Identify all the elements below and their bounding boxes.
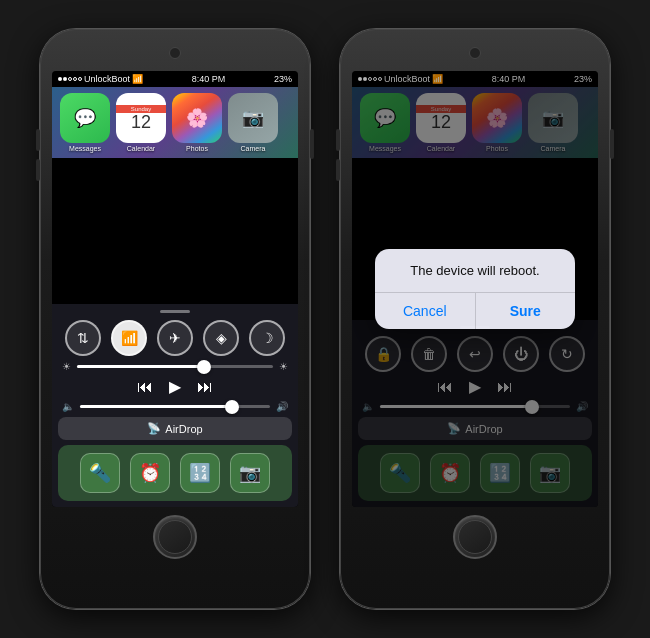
brightness-slider[interactable] [77, 365, 273, 368]
airplane-icon: ✈ [169, 330, 181, 346]
home-button-left[interactable] [153, 515, 197, 559]
phone-left: UnlockBoot 📶 8:40 PM 23% 💬 Messages Sund… [40, 29, 310, 609]
wifi-icon: 📶 [132, 74, 143, 84]
carrier-name: UnlockBoot [84, 74, 130, 84]
volume-high-icon: 🔊 [276, 401, 288, 412]
camera-app-icon[interactable]: 📷 [228, 93, 278, 143]
music-controls: ⏮ ▶ ⏭ [58, 377, 292, 396]
toggle-rotate-lock[interactable]: ⇅ [65, 320, 101, 356]
airdrop-label: AirDrop [165, 423, 202, 435]
toggle-moon[interactable]: ☽ [249, 320, 285, 356]
photos-app-icon[interactable]: 🌸 [172, 93, 222, 143]
camera-label: Camera [241, 145, 266, 152]
volume-low-icon: 🔈 [62, 401, 74, 412]
moon-icon: ☽ [261, 330, 274, 346]
list-item[interactable]: 📷 Camera [228, 93, 278, 152]
list-item[interactable]: Sunday 12 Calendar [116, 93, 166, 152]
dialog-buttons: Cancel Sure [375, 292, 575, 329]
sure-button[interactable]: Sure [476, 293, 576, 329]
quick-shortcuts: 🔦 ⏰ 🔢 📷 [58, 445, 292, 501]
volume-down-button[interactable] [36, 159, 40, 181]
signal-dot-2 [63, 77, 67, 81]
home-button-right[interactable] [453, 515, 497, 559]
wifi-toggle-icon: 📶 [121, 330, 138, 346]
toggle-airplane[interactable]: ✈ [157, 320, 193, 356]
dialog-message: The device will reboot. [375, 249, 575, 292]
volume-slider-row: 🔈 🔊 [58, 401, 292, 412]
power-button-right[interactable] [610, 129, 614, 159]
home-screen-left: 💬 Messages Sunday 12 Calendar 🌸 Photos [52, 87, 298, 158]
rewind-button[interactable]: ⏮ [137, 378, 153, 396]
screen-right: UnlockBoot 📶 8:40 PM 23% 💬 Messages Sund… [352, 71, 598, 507]
list-item[interactable]: 🌸 Photos [172, 93, 222, 152]
brightness-thumb [197, 360, 211, 374]
messages-app-icon[interactable]: 💬 [60, 93, 110, 143]
volume-slider[interactable] [80, 405, 270, 408]
reboot-dialog: The device will reboot. Cancel Sure [375, 249, 575, 329]
signal-dot-3 [68, 77, 72, 81]
calendar-date: 12 [131, 113, 151, 131]
camera-shortcut-button[interactable]: 📷 [230, 453, 270, 493]
messages-label: Messages [69, 145, 101, 152]
volume-fill [80, 405, 232, 408]
flashlight-icon: 🔦 [89, 462, 111, 484]
airdrop-button[interactable]: 📡 AirDrop [58, 417, 292, 440]
brightness-fill [77, 365, 204, 368]
airdrop-icon: 📡 [147, 422, 161, 435]
signal-dot-1 [58, 77, 62, 81]
power-button[interactable] [310, 129, 314, 159]
home-button-inner-right [458, 520, 492, 554]
timer-button[interactable]: ⏰ [130, 453, 170, 493]
status-bar-left: UnlockBoot 📶 8:40 PM 23% [52, 71, 298, 87]
calendar-label: Calendar [127, 145, 155, 152]
list-item[interactable]: 💬 Messages [60, 93, 110, 152]
phone-right: UnlockBoot 📶 8:40 PM 23% 💬 Messages Sund… [340, 29, 610, 609]
cc-toggle-row: ⇅ 📶 ✈ ◈ ☽ [58, 320, 292, 356]
toggle-wifi[interactable]: 📶 [111, 320, 147, 356]
battery-display: 23% [274, 74, 292, 84]
calculator-icon: 🔢 [189, 462, 211, 484]
fast-forward-button[interactable]: ⏭ [197, 378, 213, 396]
flashlight-button[interactable]: 🔦 [80, 453, 120, 493]
play-button[interactable]: ▶ [169, 377, 181, 396]
brightness-low-icon: ☀ [62, 361, 71, 372]
location-icon: ◈ [216, 330, 227, 346]
calendar-app-icon[interactable]: Sunday 12 [116, 93, 166, 143]
time-display: 8:40 PM [192, 74, 226, 84]
rotate-lock-icon: ⇅ [77, 330, 89, 346]
signal-dot-5 [78, 77, 82, 81]
app-grid-left: 💬 Messages Sunday 12 Calendar 🌸 Photos [52, 87, 298, 158]
cc-handle [160, 310, 190, 313]
home-button-inner-left [158, 520, 192, 554]
calculator-button[interactable]: 🔢 [180, 453, 220, 493]
volume-thumb [225, 400, 239, 414]
volume-down-button-right[interactable] [336, 159, 340, 181]
volume-up-button[interactable] [36, 129, 40, 151]
volume-up-button-right[interactable] [336, 129, 340, 151]
dialog-overlay: The device will reboot. Cancel Sure [352, 71, 598, 507]
cancel-button[interactable]: Cancel [375, 293, 476, 329]
control-center-left: ⇅ 📶 ✈ ◈ ☽ ☀ [52, 304, 298, 507]
brightness-high-icon: ☀ [279, 361, 288, 372]
signal-dot-4 [73, 77, 77, 81]
camera-shortcut-icon: 📷 [239, 462, 261, 484]
brightness-slider-row: ☀ ☀ [58, 361, 292, 372]
photos-label: Photos [186, 145, 208, 152]
toggle-location[interactable]: ◈ [203, 320, 239, 356]
screen-left: UnlockBoot 📶 8:40 PM 23% 💬 Messages Sund… [52, 71, 298, 507]
timer-icon: ⏰ [139, 462, 161, 484]
